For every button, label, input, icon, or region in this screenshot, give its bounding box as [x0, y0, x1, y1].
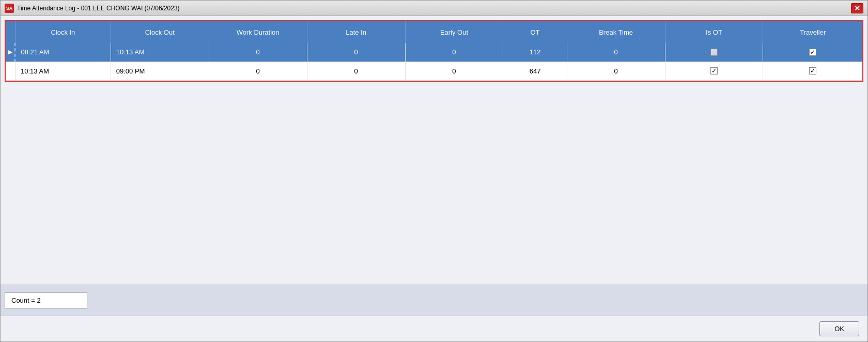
cell-break-time: 0 [567, 62, 665, 80]
cell-clock-out: 10:13 AM [111, 43, 209, 62]
cell-work-duration: 0 [209, 43, 307, 62]
col-header-ot[interactable]: OT [503, 21, 567, 43]
cell-traveller[interactable] [763, 62, 862, 80]
footer: OK [1, 316, 867, 341]
row-indicator: ▶ [6, 43, 15, 62]
window-content: Clock In Clock Out Work Duration Late In… [1, 16, 867, 285]
cell-ot: 647 [503, 62, 567, 80]
cell-work-duration: 0 [209, 62, 307, 80]
col-header-traveller[interactable]: Traveller [763, 21, 862, 43]
cell-traveller[interactable] [763, 43, 862, 62]
title-bar: SA Time Attendance Log - 001 LEE CHONG W… [1, 1, 867, 16]
cell-ot: 112 [503, 43, 567, 62]
cell-early-out: 0 [405, 62, 503, 80]
table-row[interactable]: 10:13 AM09:00 PM0006470 [6, 62, 862, 80]
col-header-is-ot[interactable]: Is OT [665, 21, 763, 43]
row-indicator [6, 62, 15, 80]
col-header-clock-in[interactable]: Clock In [15, 21, 111, 43]
data-table-container: Clock In Clock Out Work Duration Late In… [5, 20, 863, 82]
content-spacer [5, 82, 863, 281]
is-ot-checkbox[interactable] [710, 49, 718, 56]
cell-late-in: 0 [307, 43, 405, 62]
attendance-table: Clock In Clock Out Work Duration Late In… [6, 21, 862, 81]
traveller-checkbox[interactable] [809, 67, 816, 75]
cell-late-in: 0 [307, 62, 405, 80]
cell-break-time: 0 [567, 43, 665, 62]
close-button[interactable]: ✕ [851, 3, 863, 13]
col-header-late-in[interactable]: Late In [307, 21, 405, 43]
col-header-clock-out[interactable]: Clock Out [111, 21, 209, 43]
col-header-break-time[interactable]: Break Time [567, 21, 665, 43]
status-bar: Count = 2 [1, 285, 867, 316]
col-header-selector [6, 21, 15, 43]
cell-is-ot[interactable] [665, 43, 763, 62]
cell-early-out: 0 [405, 43, 503, 62]
table-row[interactable]: ▶08:21 AM10:13 AM0001120 [6, 43, 862, 62]
cell-clock-in: 10:13 AM [15, 62, 111, 80]
count-label: Count = 2 [11, 296, 41, 304]
table-body: ▶08:21 AM10:13 AM000112010:13 AM09:00 PM… [6, 43, 862, 80]
cell-clock-in: 08:21 AM [15, 43, 111, 62]
cell-is-ot[interactable] [665, 62, 763, 80]
table-header-row: Clock In Clock Out Work Duration Late In… [6, 21, 862, 43]
main-window: SA Time Attendance Log - 001 LEE CHONG W… [0, 0, 868, 342]
col-header-early-out[interactable]: Early Out [405, 21, 503, 43]
count-badge: Count = 2 [5, 292, 87, 309]
traveller-checkbox[interactable] [809, 49, 816, 56]
is-ot-checkbox[interactable] [710, 67, 718, 75]
col-header-work-duration[interactable]: Work Duration [209, 21, 307, 43]
cell-clock-out: 09:00 PM [111, 62, 209, 80]
app-icon: SA [5, 4, 14, 13]
window-title: Time Attendance Log - 001 LEE CHONG WAI … [17, 5, 851, 12]
ok-button[interactable]: OK [819, 321, 859, 336]
